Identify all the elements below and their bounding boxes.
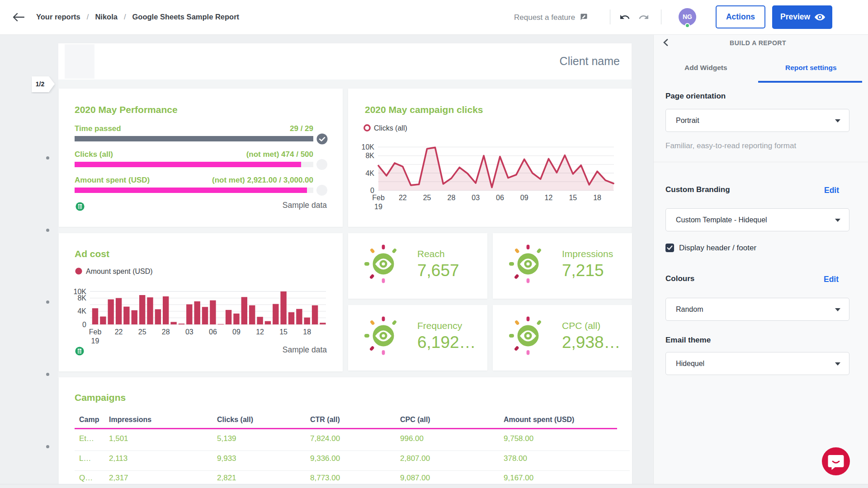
svg-text:0: 0 <box>370 187 374 194</box>
svg-text:22: 22 <box>399 194 407 202</box>
svg-text:09: 09 <box>520 194 528 202</box>
svg-text:19: 19 <box>374 203 382 211</box>
svg-text:09: 09 <box>232 328 241 336</box>
svg-text:8K: 8K <box>365 152 374 160</box>
svg-text:28: 28 <box>162 328 170 336</box>
svg-text:Clicks (all): Clicks (all) <box>374 124 407 132</box>
svg-text:2020 May campaign clicks: 2020 May campaign clicks <box>365 104 483 115</box>
svg-text:03: 03 <box>472 194 480 202</box>
svg-text:22: 22 <box>115 328 123 336</box>
svg-text:12: 12 <box>256 328 264 336</box>
svg-text:18: 18 <box>593 194 601 202</box>
svg-text:06: 06 <box>496 194 504 202</box>
svg-text:03: 03 <box>185 328 193 336</box>
svg-text:4K: 4K <box>365 169 374 177</box>
svg-text:15: 15 <box>279 328 288 336</box>
svg-text:25: 25 <box>423 194 431 202</box>
svg-text:10K: 10K <box>362 143 375 151</box>
svg-text:Feb: Feb <box>372 194 385 202</box>
svg-text:25: 25 <box>138 328 146 336</box>
svg-text:18: 18 <box>303 328 311 336</box>
svg-text:19: 19 <box>91 337 99 345</box>
svg-text:28: 28 <box>448 194 456 202</box>
svg-text:0: 0 <box>82 321 86 328</box>
svg-text:15: 15 <box>569 194 577 202</box>
svg-text:Sample data: Sample data <box>283 345 327 354</box>
svg-text:Ad cost: Ad cost <box>75 249 109 259</box>
svg-text:8K: 8K <box>77 294 86 302</box>
svg-text:06: 06 <box>209 328 217 336</box>
svg-text:Feb: Feb <box>89 328 102 336</box>
svg-text:12: 12 <box>545 194 553 202</box>
svg-text:Amount spent (USD): Amount spent (USD) <box>86 267 153 275</box>
svg-text:4K: 4K <box>77 307 86 315</box>
